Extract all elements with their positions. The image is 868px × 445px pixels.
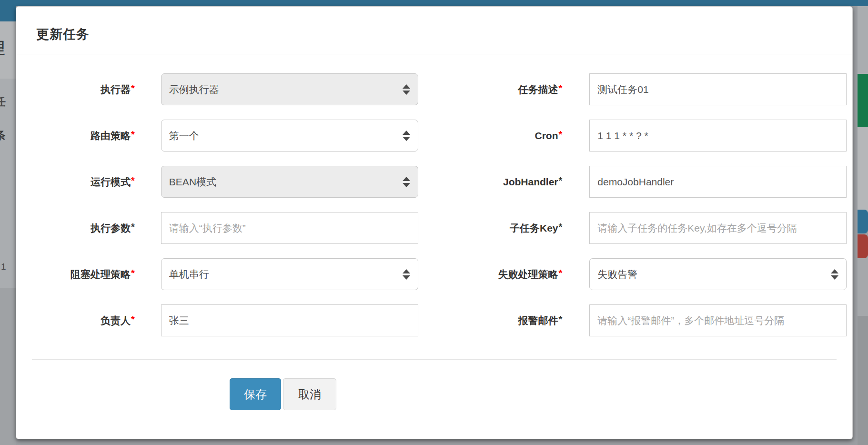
route-strategy-select[interactable]: 第一个	[161, 120, 418, 152]
job-desc-label: 任务描述*	[418, 83, 563, 96]
glue-type-select[interactable]: BEAN模式	[161, 166, 418, 198]
required-asterisk: *	[559, 83, 563, 93]
select-arrows-icon	[403, 84, 410, 95]
select-arrows-icon	[831, 269, 838, 280]
modal-body: 执行器* 示例执行器 任务描述* 路由策略* 第一个 Cron* 运行模式* B…	[16, 54, 852, 336]
form-row: 负责人* 报警邮件*	[22, 304, 847, 336]
modal-title: 更新任务	[36, 26, 90, 43]
executor-select[interactable]: 示例执行器	[161, 73, 418, 105]
background-text-fragment: 1	[1, 262, 6, 272]
required-asterisk: *	[559, 222, 563, 232]
update-task-modal: 更新任务 执行器* 示例执行器 任务描述* 路由策略* 第一个 Cron* 运行…	[16, 6, 853, 439]
block-strategy-select-value: 单机串行	[161, 268, 418, 281]
required-asterisk: *	[131, 268, 135, 278]
select-arrows-icon	[403, 177, 410, 187]
background-blue-button-sliver	[858, 210, 868, 233]
fail-strategy-select[interactable]: 失败告警	[589, 258, 847, 290]
background-right-sliver	[858, 6, 868, 445]
background-text-fragment: 任	[0, 94, 6, 109]
form-row: 路由策略* 第一个 Cron*	[22, 120, 847, 152]
route-strategy-label: 路由策略*	[22, 129, 135, 142]
required-asterisk: *	[559, 268, 563, 278]
required-asterisk: *	[131, 129, 135, 140]
cron-label: Cron*	[418, 130, 563, 142]
fail-strategy-label: 失败处理策略*	[418, 268, 563, 281]
background-text-fragment: 条	[0, 128, 6, 143]
save-button[interactable]: 保存	[230, 378, 281, 410]
required-asterisk: *	[131, 222, 135, 232]
author-input[interactable]	[161, 304, 418, 336]
cron-input[interactable]	[589, 120, 847, 152]
form-row: 运行模式* BEAN模式 JobHandler*	[22, 166, 847, 198]
executor-select-value: 示例执行器	[161, 83, 418, 96]
background-navbar-left	[0, 6, 16, 21]
background-green-block	[858, 74, 868, 127]
fail-strategy-select-value: 失败告警	[590, 268, 846, 281]
required-asterisk: *	[559, 314, 563, 324]
child-jobkey-input[interactable]	[589, 212, 847, 244]
background-navbar	[0, 0, 868, 6]
required-asterisk: *	[131, 314, 135, 324]
form-row: 阻塞处理策略* 单机串行 失败处理策略* 失败告警	[22, 258, 847, 290]
glue-type-label: 运行模式*	[22, 175, 135, 189]
select-arrows-icon	[403, 269, 410, 280]
select-arrows-icon	[403, 131, 410, 141]
required-asterisk: *	[131, 175, 135, 186]
child-jobkey-label: 子任务Key*	[418, 222, 563, 235]
executor-param-input[interactable]	[161, 212, 418, 244]
executor-param-label: 执行参数*	[22, 222, 135, 235]
job-handler-input[interactable]	[589, 166, 847, 198]
alarm-email-label: 报警邮件*	[418, 314, 563, 327]
background-left-sliver: 理 任 条 1	[0, 6, 16, 445]
alarm-email-input[interactable]	[589, 304, 847, 336]
required-asterisk: *	[559, 129, 563, 140]
executor-label: 执行器*	[22, 83, 135, 96]
modal-header: 更新任务	[16, 7, 852, 54]
modal-footer: 保存 取消	[16, 359, 852, 410]
glue-type-select-value: BEAN模式	[161, 175, 418, 189]
required-asterisk: *	[131, 83, 135, 93]
block-strategy-label: 阻塞处理策略*	[22, 268, 135, 281]
job-handler-label: JobHandler*	[418, 176, 563, 188]
route-strategy-select-value: 第一个	[161, 129, 418, 142]
form-row: 执行参数* 子任务Key*	[22, 212, 847, 244]
cancel-button[interactable]: 取消	[283, 378, 336, 410]
author-label: 负责人*	[22, 314, 135, 327]
required-asterisk: *	[559, 175, 563, 186]
background-red-button-sliver	[858, 234, 868, 258]
job-desc-input[interactable]	[589, 73, 847, 105]
form-row: 执行器* 示例执行器 任务描述*	[22, 73, 847, 105]
background-text-fragment: 理	[0, 38, 5, 59]
block-strategy-select[interactable]: 单机串行	[161, 258, 418, 290]
